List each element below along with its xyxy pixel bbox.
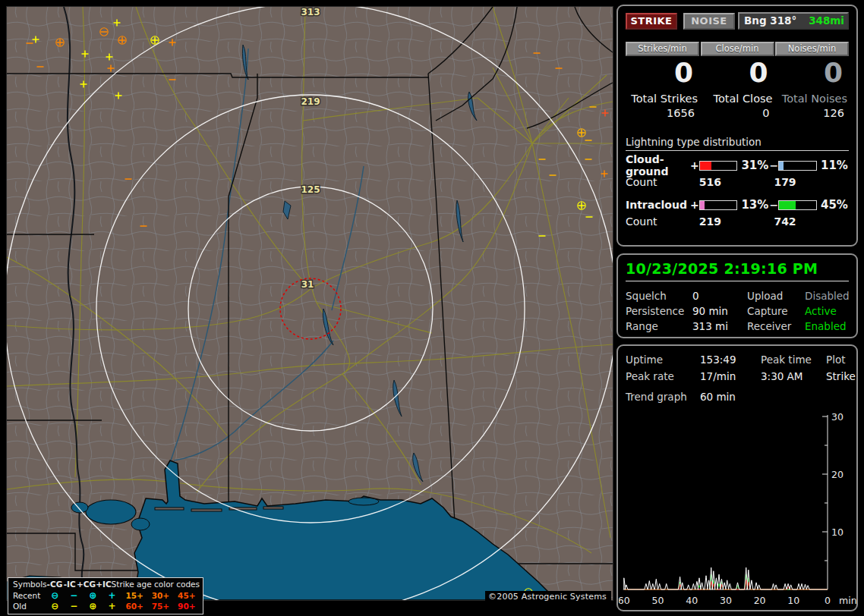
- strikes-per-min-value: 0: [626, 56, 699, 91]
- legend-recent-row: Recent ⊖ − ⊕ + 15+ 30+ 45+: [13, 590, 200, 602]
- ic-negative-bar: [778, 200, 817, 210]
- trend-graph-label: Trend graph: [626, 391, 700, 403]
- peak-time-label: Peak time: [761, 354, 826, 366]
- close-per-min-button[interactable]: Close/min: [701, 42, 774, 56]
- noises-per-min-value: 0: [775, 56, 849, 91]
- ic-positive-bar: [699, 200, 738, 210]
- uptime-row: Uptime 153:49 Peak time Plot: [626, 351, 849, 368]
- svg-text:10: 10: [831, 526, 844, 538]
- close-per-min-value: 0: [701, 56, 774, 91]
- recent-neg-cg-icon: ⊖: [46, 590, 65, 602]
- distribution-title: Lightning type distribution: [626, 136, 849, 151]
- noises-per-min-column: Noises/min 0 Total Noises 126: [775, 42, 849, 119]
- peak-time-value: 3:30 AM: [761, 370, 826, 382]
- recent-pos-ic-icon: +: [102, 590, 121, 602]
- legend-symbols-label: Symbols: [13, 579, 47, 590]
- noises-per-min-button[interactable]: Noises/min: [775, 42, 849, 56]
- total-strikes-label: Total Strikes: [626, 93, 699, 105]
- cplus-strike-icon: [578, 129, 585, 137]
- bearing-value: Bng 318°: [744, 14, 796, 27]
- legend-col-neg-ic: -IC: [62, 579, 77, 590]
- plot-mode-value: Strike: [826, 370, 856, 382]
- copyright-text: ©2005 Astrogenic Systems: [485, 591, 611, 603]
- mode-button-row: STRIKE NOISE Bng 318° 348mi: [626, 12, 849, 30]
- uptime-label: Uptime: [626, 354, 700, 366]
- strike-stats-panel: STRIKE NOISE Bng 318° 348mi Strikes/min …: [616, 5, 858, 247]
- age-badge-15: 15+: [121, 590, 147, 602]
- map-canvas: 313 219 125 31: [7, 7, 613, 600]
- total-close-value: 0: [701, 107, 774, 119]
- cg-positive-count: 516: [699, 176, 774, 188]
- trend-panel: Uptime 153:49 Peak time Plot Peak rate 1…: [616, 344, 858, 611]
- legend-col-pos-ic: +IC: [96, 579, 111, 590]
- legend-col-pos-cg: +CG: [77, 579, 96, 590]
- age-badge-30: 30+: [147, 590, 173, 602]
- age-badge-90: 90+: [174, 601, 200, 612]
- lightning-map[interactable]: 313 219 125 31 ©2005 Astrogenic Systems: [6, 6, 613, 601]
- plot-label: Plot: [826, 354, 849, 366]
- old-neg-ic-icon: −: [65, 601, 84, 612]
- plus-sign: +: [690, 159, 699, 171]
- peak-rate-label: Peak rate: [626, 370, 700, 382]
- cloud-ground-count-row: Count 516 179: [626, 176, 849, 188]
- cplus-strike-icon: [118, 36, 126, 44]
- cg-negative-bar: [778, 161, 817, 171]
- total-close-label: Total Close: [701, 93, 774, 105]
- persistence-label: Persistence: [626, 305, 692, 317]
- svg-text:40: 40: [686, 595, 698, 606]
- cg-negative-pct: 11%: [821, 159, 849, 172]
- upload-status: Disabled: [805, 290, 850, 302]
- cg-positive-bar: [699, 161, 738, 171]
- trend-graph-chart: 1020306050403020100min: [619, 413, 859, 608]
- legend-header-row: Symbols -CG -IC +CG +IC Strike age color…: [13, 579, 200, 590]
- persistence-row: Persistence 90 min Capture Active: [626, 303, 849, 319]
- cplus-strike-icon: [56, 39, 64, 46]
- ring-label-313: 313: [301, 7, 320, 17]
- cloud-ground-row: Cloud-ground + 31% − 11%: [626, 158, 849, 173]
- rate-counters: Strikes/min 0 Total Strikes 1656 Close/m…: [626, 42, 849, 119]
- intracloud-row: Intracloud + 13% − 45%: [626, 197, 849, 212]
- receiver-status: Enabled: [805, 320, 849, 332]
- legend-old-label: Old: [13, 601, 46, 612]
- count-label: Count: [626, 215, 699, 228]
- age-badge-75: 75+: [147, 601, 173, 612]
- intracloud-count-row: Count 219 742: [626, 215, 849, 228]
- strike-mode-button[interactable]: STRIKE: [626, 13, 677, 30]
- capture-status: Active: [805, 305, 849, 317]
- ic-positive-pct: 13%: [741, 198, 769, 212]
- age-badge-60: 60+: [121, 601, 147, 612]
- nexstorm-app: 313 219 125 31 ©2005 Astrogenic Systems …: [0, 0, 864, 616]
- squelch-row: Squelch 0 Upload Disabled: [626, 288, 849, 303]
- trend-graph-row: Trend graph 60 min: [626, 391, 849, 403]
- old-neg-cg-icon: ⊖: [46, 601, 65, 612]
- old-pos-ic-icon: +: [102, 601, 121, 612]
- svg-text:50: 50: [652, 595, 664, 606]
- minus-sign: −: [769, 199, 778, 211]
- svg-text:0: 0: [825, 595, 831, 606]
- cg-negative-count: 179: [774, 176, 849, 188]
- svg-text:20: 20: [754, 595, 766, 606]
- peak-rate-value: 17/min: [700, 370, 761, 382]
- age-badge-45: 45+: [174, 590, 200, 602]
- upload-label: Upload: [747, 290, 805, 302]
- plus-sign: +: [690, 199, 699, 211]
- ic-negative-count: 742: [774, 215, 849, 228]
- peak-rate-row: Peak rate 17/min 3:30 AM Strike: [626, 368, 849, 385]
- receiver-label: Receiver: [747, 320, 805, 332]
- count-label: Count: [626, 176, 699, 188]
- noise-mode-button[interactable]: NOISE: [683, 13, 735, 30]
- svg-text:20: 20: [831, 469, 844, 480]
- strikes-per-min-button[interactable]: Strikes/min: [626, 42, 699, 56]
- squelch-value: 0: [692, 290, 747, 302]
- cloud-ground-label: Cloud-ground: [626, 153, 690, 178]
- close-per-min-column: Close/min 0 Total Close 0: [701, 42, 774, 119]
- bearing-distance: 348mi: [809, 14, 844, 27]
- cplus-strike-icon: [151, 36, 159, 44]
- minus-sign: −: [769, 159, 778, 171]
- range-row: Range 313 mi Receiver Enabled: [626, 319, 849, 334]
- recent-pos-cg-icon: ⊕: [84, 590, 102, 602]
- svg-text:10: 10: [787, 595, 799, 606]
- range-value: 313 mi: [692, 320, 747, 332]
- old-pos-cg-icon: ⊕: [84, 601, 102, 612]
- cplus-strike-icon: [578, 202, 585, 209]
